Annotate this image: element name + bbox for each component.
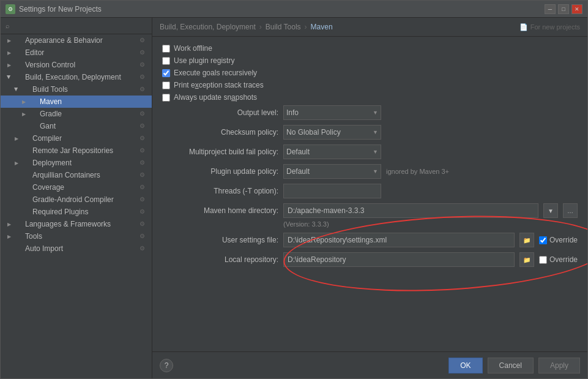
close-button[interactable]: ✕ bbox=[571, 4, 582, 14]
item-icon bbox=[21, 208, 30, 216]
sidebar-item-arquillian[interactable]: ▶ Arquillian Containers ⚙ bbox=[1, 169, 152, 181]
sidebar-item-version-control[interactable]: ▶ Version Control ⚙ bbox=[1, 59, 152, 71]
sidebar-item-label: Languages & Frameworks bbox=[25, 220, 111, 228]
chevron-down-icon: ▼ bbox=[373, 149, 378, 155]
output-level-dropdown[interactable]: Info ▼ bbox=[283, 105, 381, 120]
user-settings-browse-btn[interactable]: 📁 bbox=[519, 233, 534, 247]
local-repo-label: Local repository: bbox=[162, 255, 278, 264]
sidebar-item-tools[interactable]: ▶ Tools ⚙ bbox=[1, 230, 152, 242]
title-bar: ⚙ Settings for New Projects ─ □ ✕ bbox=[1, 1, 587, 18]
item-icon bbox=[14, 61, 23, 69]
sidebar-item-auto-import[interactable]: ▶ Auto Import ⚙ bbox=[1, 242, 152, 255]
maven-home-dropdown-btn[interactable]: ▼ bbox=[543, 203, 558, 218]
sidebar-item-label: Maven bbox=[40, 97, 62, 106]
sidebar-item-label: Deployment bbox=[32, 159, 72, 167]
print-exceptions-checkbox[interactable] bbox=[162, 81, 170, 89]
arrow-icon: ▶ bbox=[20, 110, 28, 118]
sidebar-item-appearance[interactable]: ▶ Appearance & Behavior ⚙ bbox=[1, 34, 152, 47]
item-icon bbox=[14, 73, 23, 81]
item-icon bbox=[14, 232, 23, 241]
checksum-value: No Global Policy bbox=[286, 128, 341, 137]
arrow-icon: ▶ bbox=[6, 37, 13, 44]
output-level-value: Info bbox=[286, 108, 299, 117]
print-exceptions-label: Print exception stack traces bbox=[174, 81, 264, 89]
arrow-icon: ▶ bbox=[6, 49, 13, 56]
item-icon bbox=[14, 36, 23, 45]
multiproject-value: Default bbox=[286, 148, 310, 156]
sidebar-item-label: Compiler bbox=[32, 134, 62, 143]
gear-icon: ⚙ bbox=[140, 208, 147, 216]
bottom-bar: ? OK Cancel Apply bbox=[152, 351, 587, 378]
maven-home-row: Maven home directory: ▼ … bbox=[162, 203, 578, 218]
sidebar-item-label: Arquillian Containers bbox=[32, 171, 100, 179]
sidebar-item-languages[interactable]: ▶ Languages & Frameworks ⚙ bbox=[1, 218, 152, 230]
sidebar-item-coverage[interactable]: ▶ Coverage ⚙ bbox=[1, 181, 152, 193]
sidebar-item-deployment[interactable]: ▶ Deployment ⚙ bbox=[1, 157, 152, 169]
threads-input[interactable] bbox=[283, 184, 381, 198]
sidebar-item-required-plugins[interactable]: ▶ Required Plugins ⚙ bbox=[1, 206, 152, 218]
window-title: Settings for New Projects bbox=[19, 5, 545, 13]
user-settings-override-row: Override bbox=[539, 236, 578, 244]
cancel-button[interactable]: Cancel bbox=[488, 358, 534, 373]
output-level-row: Output level: Info ▼ bbox=[162, 105, 578, 120]
maven-home-section: Maven home directory: ▼ … (Version: 3.3.… bbox=[162, 203, 578, 267]
minimize-button[interactable]: ─ bbox=[545, 4, 556, 14]
sidebar-item-build-execution[interactable]: ▶ Build, Execution, Deployment ⚙ bbox=[1, 71, 152, 83]
sidebar-item-label: Build Tools bbox=[32, 85, 68, 94]
ok-button[interactable]: OK bbox=[448, 358, 482, 373]
user-settings-override-label: Override bbox=[549, 236, 578, 244]
sidebar-item-compiler[interactable]: ▶ Compiler ⚙ bbox=[1, 132, 152, 144]
multiproject-dropdown[interactable]: Default ▼ bbox=[283, 144, 381, 159]
threads-label: Threads (-T option): bbox=[162, 187, 278, 195]
sidebar-item-gradle[interactable]: ▶ Gradle ⚙ bbox=[1, 108, 152, 120]
sidebar-item-remote-jar[interactable]: ▶ Remote Jar Repositories ⚙ bbox=[1, 144, 152, 157]
arrow-icon: ▶ bbox=[13, 135, 20, 142]
execute-goals-checkbox[interactable] bbox=[162, 69, 170, 77]
sidebar-item-gant[interactable]: ▶ Gant ⚙ bbox=[1, 120, 152, 132]
gear-icon: ⚙ bbox=[140, 135, 147, 142]
multiproject-label: Multiproject build fail policy: bbox=[162, 148, 278, 156]
local-repo-input[interactable] bbox=[283, 252, 515, 267]
sidebar-item-build-tools[interactable]: ▶ Build Tools ⚙ bbox=[1, 83, 152, 96]
help-button[interactable]: ? bbox=[160, 359, 173, 372]
maven-home-browse-btn[interactable]: … bbox=[563, 203, 578, 218]
search-input[interactable] bbox=[12, 21, 147, 30]
chevron-down-icon: ▼ bbox=[373, 168, 378, 174]
tree-area: ▶ Appearance & Behavior ⚙ ▶ Editor ⚙ ▶ V… bbox=[1, 34, 152, 378]
sidebar-item-maven[interactable]: ▶ Maven bbox=[1, 96, 152, 108]
use-plugin-checkbox[interactable] bbox=[162, 57, 170, 65]
sidebar-item-editor[interactable]: ▶ Editor ⚙ bbox=[1, 47, 152, 59]
maven-home-input[interactable] bbox=[283, 203, 538, 218]
chevron-down-icon: ▼ bbox=[373, 110, 378, 116]
local-repo-browse-btn[interactable]: 📁 bbox=[519, 252, 534, 267]
apply-button[interactable]: Apply bbox=[538, 358, 580, 373]
local-repo-row: Local repository: 📁 Override bbox=[162, 252, 578, 267]
sidebar-item-label: Editor bbox=[25, 48, 44, 57]
local-repo-override-checkbox[interactable] bbox=[539, 256, 547, 264]
plugin-update-value: Default bbox=[286, 167, 310, 176]
item-icon bbox=[14, 244, 23, 253]
user-settings-input[interactable] bbox=[283, 233, 515, 247]
always-update-checkbox[interactable] bbox=[162, 94, 170, 102]
item-icon bbox=[21, 195, 30, 204]
work-offline-checkbox[interactable] bbox=[162, 45, 170, 53]
item-icon bbox=[21, 159, 30, 167]
item-icon bbox=[21, 134, 30, 143]
threads-row: Threads (-T option): bbox=[162, 184, 578, 198]
sidebar-item-label: Gant bbox=[40, 122, 56, 130]
user-settings-override-checkbox[interactable] bbox=[539, 236, 547, 244]
gear-icon: ⚙ bbox=[140, 220, 147, 228]
sidebar-item-gradle-android[interactable]: ▶ Gradle-Android Compiler ⚙ bbox=[1, 193, 152, 206]
sidebar-item-label: Coverage bbox=[32, 183, 64, 192]
breadcrumb-arrow2: › bbox=[305, 23, 307, 31]
sidebar-item-label: Remote Jar Repositories bbox=[32, 146, 113, 155]
use-plugin-label: Use plugin registry bbox=[174, 56, 234, 65]
window-controls: ─ □ ✕ bbox=[545, 4, 582, 14]
plugin-update-dropdown[interactable]: Default ▼ bbox=[283, 164, 381, 179]
arrow-icon: ▶ bbox=[13, 159, 20, 167]
always-update-row: Always update snapshots bbox=[162, 93, 578, 102]
checksum-dropdown[interactable]: No Global Policy ▼ bbox=[283, 125, 381, 140]
execute-goals-row: Execute goals recursively bbox=[162, 69, 578, 77]
maximize-button[interactable]: □ bbox=[558, 4, 569, 14]
gear-icon: ⚙ bbox=[140, 37, 147, 44]
